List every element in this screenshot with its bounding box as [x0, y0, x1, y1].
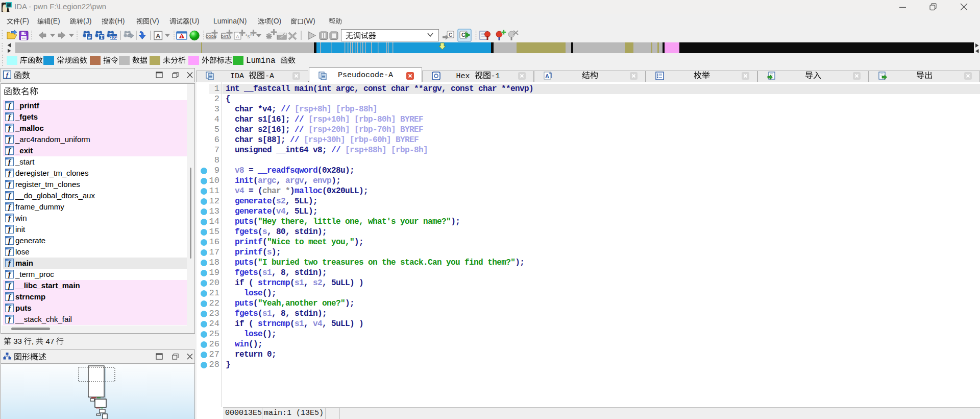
svg-text:!: ! [181, 35, 182, 38]
svg-text:A: A [236, 34, 239, 39]
svg-text:A: A [156, 32, 161, 40]
svg-text:C: C [461, 32, 465, 38]
svg-text:C: C [449, 32, 452, 38]
svg-text:101: 101 [110, 35, 117, 40]
svg-text:A: A [545, 73, 549, 79]
svg-text:#: # [88, 34, 91, 40]
svg-text:T: T [100, 34, 104, 40]
